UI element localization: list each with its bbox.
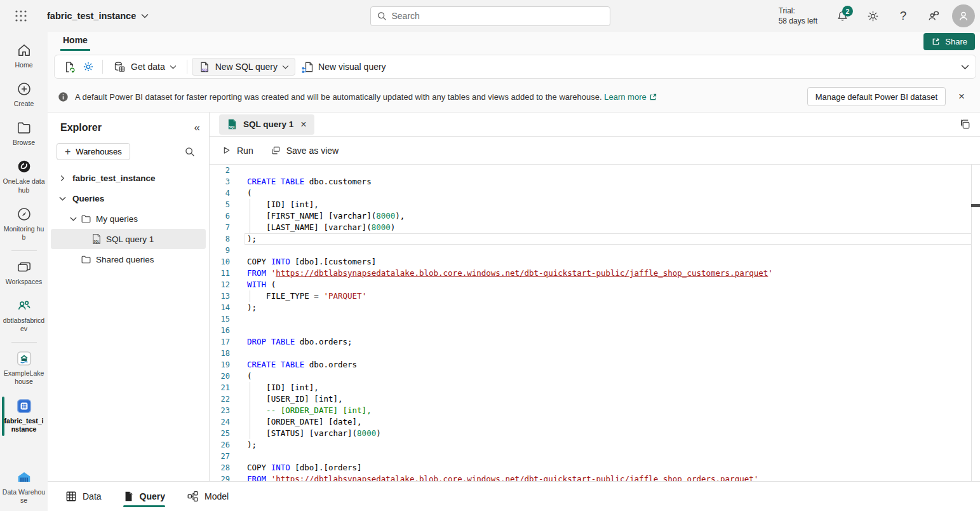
- line-number: 5: [210, 199, 234, 210]
- code-line-24[interactable]: 24 [ORDER_DATE] [date],: [210, 416, 980, 428]
- share-button[interactable]: Share: [923, 33, 975, 50]
- tree-item-shared-queries[interactable]: Shared queries: [51, 249, 206, 269]
- code-line-28[interactable]: 28COPY INTO [dbo].[orders]: [210, 462, 980, 474]
- refresh-dataset-button[interactable]: [60, 58, 79, 76]
- manage-dataset-button[interactable]: Manage default Power BI dataset: [807, 87, 946, 106]
- data-warehouse-icon: [16, 469, 32, 486]
- tree-item-queries[interactable]: Queries: [51, 188, 206, 208]
- chevron-down-icon: [141, 13, 149, 18]
- code-line-17[interactable]: 17DROP TABLE dbo.orders;: [210, 336, 980, 348]
- close-tab-icon[interactable]: ×: [299, 119, 307, 130]
- line-number: 23: [210, 405, 234, 416]
- tree-item-fabric-test-instance[interactable]: fabric_test_instance: [51, 168, 206, 188]
- feedback-button[interactable]: [922, 4, 946, 28]
- learn-more-link[interactable]: Learn more: [604, 92, 657, 102]
- code-line-8[interactable]: 8);: [210, 233, 980, 245]
- line-number: 18: [210, 348, 234, 359]
- divider: [187, 60, 187, 74]
- rail-item-monitoring-hub[interactable]: Monitoring hub: [0, 201, 48, 248]
- code-line-11[interactable]: 11FROM 'https://dbtlabsynapsedatalake.bl…: [210, 268, 980, 279]
- new-visual-query-button[interactable]: New visual query: [295, 58, 392, 76]
- code-line-7[interactable]: 7 [LAST_NAME] [varchar](8000): [210, 222, 980, 233]
- code-line-16[interactable]: 16: [210, 325, 980, 336]
- view-tab-data[interactable]: Data: [65, 482, 102, 511]
- rail-item-home[interactable]: Home: [0, 37, 48, 76]
- code-line-25[interactable]: 25 [STATUS] [varchar](8000): [210, 428, 980, 439]
- settings-ribbon-button[interactable]: [79, 58, 98, 76]
- trial-status: Trial: 58 days left: [779, 6, 817, 26]
- code-line-22[interactable]: 22 [USER_ID] [int],: [210, 393, 980, 405]
- rail-item-examplelakehouse[interactable]: ExampleLakehouse: [0, 345, 48, 392]
- code-line-5[interactable]: 5 [ID] [int],: [210, 199, 980, 210]
- folder-icon: [81, 254, 91, 265]
- chevron-down-icon: [282, 65, 289, 69]
- line-number: 27: [210, 451, 234, 462]
- sql-code-editor[interactable]: 23CREATE TABLE dbo.customers4(5 [ID] [in…: [210, 165, 980, 481]
- code-line-13[interactable]: 13 FILE_TYPE = 'PARQUET': [210, 290, 980, 302]
- code-line-15[interactable]: 15: [210, 313, 980, 325]
- rail-item-fabric-test-instance[interactable]: fabric_test_instance: [0, 393, 48, 440]
- info-message: A default Power BI dataset for faster re…: [75, 92, 602, 102]
- rail-item-data-warehouse[interactable]: Data Warehouse: [0, 464, 48, 511]
- code-line-21[interactable]: 21 [ID] [int],: [210, 382, 980, 393]
- line-number: 21: [210, 382, 234, 393]
- gear-icon: [866, 10, 880, 23]
- tree-item-sql-query-1[interactable]: SQLSQL query 1: [51, 229, 206, 249]
- search-input[interactable]: [392, 11, 603, 21]
- info-icon: [58, 92, 69, 102]
- save-as-view-button[interactable]: Save as view: [270, 145, 339, 156]
- notification-badge: 2: [842, 6, 853, 17]
- tab-home[interactable]: Home: [60, 34, 90, 51]
- view-tab-model[interactable]: Model: [187, 482, 229, 511]
- code-line-26[interactable]: 26);: [210, 439, 980, 451]
- tab-list-icon[interactable]: [959, 118, 971, 130]
- divider: [102, 60, 103, 74]
- rail-item-browse[interactable]: Browse: [0, 114, 48, 153]
- ribbon-collapse-button[interactable]: [961, 64, 969, 70]
- add-warehouses-button[interactable]: + Warehouses: [57, 143, 130, 160]
- global-search[interactable]: [370, 6, 610, 26]
- code-line-6[interactable]: 6 [FIRST_NAME] [varchar](8000),: [210, 210, 980, 222]
- chevron-down-icon: [69, 216, 77, 222]
- app-launcher-icon[interactable]: [10, 5, 32, 27]
- code-line-23[interactable]: 23 -- [ORDER_DATE] [int],: [210, 405, 980, 416]
- code-line-19[interactable]: 19CREATE TABLE dbo.orders: [210, 359, 980, 371]
- rail-item-dbtlabsfabricdev[interactable]: dbtlabsfabricdev: [0, 292, 48, 339]
- code-line-4[interactable]: 4(: [210, 187, 980, 199]
- code-line-9[interactable]: 9: [210, 245, 980, 256]
- settings-button[interactable]: [861, 4, 885, 28]
- line-number: 11: [210, 268, 234, 279]
- rail-item-create[interactable]: Create: [0, 76, 48, 114]
- tree-item-my-queries[interactable]: My queries: [51, 208, 206, 229]
- code-line-10[interactable]: 10COPY INTO [dbo].[customers]: [210, 256, 980, 268]
- code-line-12[interactable]: 12WITH (: [210, 279, 980, 290]
- run-button[interactable]: Run: [221, 145, 253, 156]
- new-sql-query-button[interactable]: SQL New SQL query: [192, 58, 295, 76]
- code-line-20[interactable]: 20(: [210, 371, 980, 382]
- collapse-explorer-icon[interactable]: «: [194, 121, 200, 134]
- code-line-18[interactable]: 18: [210, 348, 980, 359]
- share-icon: [931, 37, 941, 46]
- code-line-2[interactable]: 2: [210, 165, 980, 176]
- get-data-button[interactable]: Get data: [107, 58, 182, 76]
- folder-icon: [81, 214, 91, 224]
- overview-ruler: [971, 165, 972, 481]
- rail-item-onelake-data-hub[interactable]: OneLake data hub: [0, 153, 48, 200]
- rail-item-workspaces[interactable]: Workspaces: [0, 254, 48, 292]
- code-line-14[interactable]: 14);: [210, 302, 980, 313]
- close-banner-icon[interactable]: ×: [952, 87, 971, 106]
- code-line-27[interactable]: 27: [210, 451, 980, 462]
- tab-sql-query-1[interactable]: SQL SQL query 1 ×: [219, 114, 314, 135]
- chevron-down-icon: [961, 64, 969, 70]
- explorer-search-icon[interactable]: [185, 147, 200, 157]
- notifications-button[interactable]: 2: [830, 4, 854, 28]
- line-number: 28: [210, 462, 234, 474]
- code-line-3[interactable]: 3CREATE TABLE dbo.customers: [210, 176, 980, 187]
- account-avatar[interactable]: [952, 4, 975, 27]
- help-button[interactable]: ?: [891, 4, 915, 28]
- line-number: 3: [210, 176, 234, 187]
- line-number: 15: [210, 313, 234, 325]
- workspace-switcher[interactable]: fabric_test_instance: [47, 11, 149, 21]
- view-tab-query[interactable]: Query: [123, 482, 165, 511]
- code-line-29[interactable]: 29FROM 'https://dbtlabsynapsedatalake.bl…: [210, 474, 980, 481]
